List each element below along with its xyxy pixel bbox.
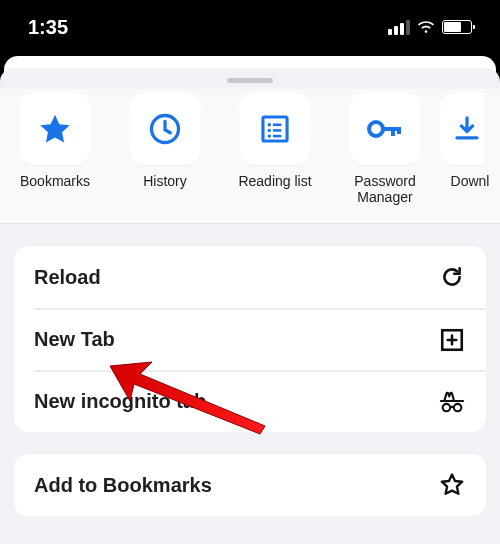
- shortcut-bookmarks[interactable]: Bookmarks: [0, 93, 110, 205]
- menu-item-label: New incognito tab: [34, 390, 206, 413]
- star-icon: [19, 93, 91, 165]
- shortcut-label: History: [143, 173, 187, 189]
- wifi-icon: [416, 20, 436, 34]
- cellular-signal-icon: [388, 20, 410, 35]
- shortcut-label: Password Manager: [354, 173, 415, 205]
- menu-item-reload[interactable]: Reload: [14, 246, 486, 308]
- menu-item-new-tab[interactable]: New Tab: [34, 308, 486, 370]
- status-bar: 1:35: [0, 0, 500, 54]
- download-icon: [440, 93, 484, 165]
- menu-item-label: Add to Bookmarks: [34, 474, 212, 497]
- menu-item-add-to-bookmarks[interactable]: Add to Bookmarks: [14, 454, 486, 516]
- reload-icon: [438, 263, 466, 291]
- svg-point-6: [268, 134, 271, 137]
- shortcut-history[interactable]: History: [110, 93, 220, 205]
- menu-item-label: Reload: [34, 266, 101, 289]
- shortcut-label: Bookmarks: [20, 173, 90, 189]
- menu-item-label: New Tab: [34, 328, 115, 351]
- shortcut-downloads[interactable]: Downl: [440, 93, 500, 205]
- svg-rect-5: [273, 129, 282, 132]
- svg-point-14: [454, 404, 461, 411]
- shortcuts-row: Bookmarks History Reading list Password …: [0, 89, 500, 224]
- svg-rect-7: [273, 135, 282, 138]
- incognito-icon: [438, 388, 466, 416]
- svg-point-8: [369, 122, 383, 136]
- menu-group-1: Reload New Tab New incognito tab: [14, 246, 486, 432]
- shortcut-label: Reading list: [238, 173, 311, 189]
- menu-group-2: Add to Bookmarks: [14, 454, 486, 516]
- svg-point-2: [268, 123, 271, 126]
- svg-rect-9: [381, 127, 399, 131]
- shortcut-password-manager[interactable]: Password Manager: [330, 93, 440, 205]
- star-outline-icon: [438, 471, 466, 499]
- battery-icon: [442, 20, 472, 34]
- menu-groups: Reload New Tab New incognito tab Add: [0, 224, 500, 516]
- svg-rect-10: [391, 127, 395, 136]
- menu-item-new-incognito-tab[interactable]: New incognito tab: [34, 370, 486, 432]
- svg-point-4: [268, 129, 271, 132]
- plus-box-icon: [438, 326, 466, 354]
- shortcut-reading-list[interactable]: Reading list: [220, 93, 330, 205]
- shortcut-label: Downl: [451, 173, 490, 189]
- svg-point-13: [443, 404, 450, 411]
- svg-rect-11: [397, 127, 401, 134]
- status-indicators: [388, 20, 472, 35]
- clock-icon: [129, 93, 201, 165]
- svg-rect-1: [263, 117, 287, 141]
- menu-sheet: Bookmarks History Reading list Password …: [0, 68, 500, 544]
- list-icon: [239, 93, 311, 165]
- status-time: 1:35: [28, 16, 68, 39]
- key-icon: [349, 93, 421, 165]
- svg-rect-3: [273, 123, 282, 126]
- sheet-grabber[interactable]: [227, 78, 273, 83]
